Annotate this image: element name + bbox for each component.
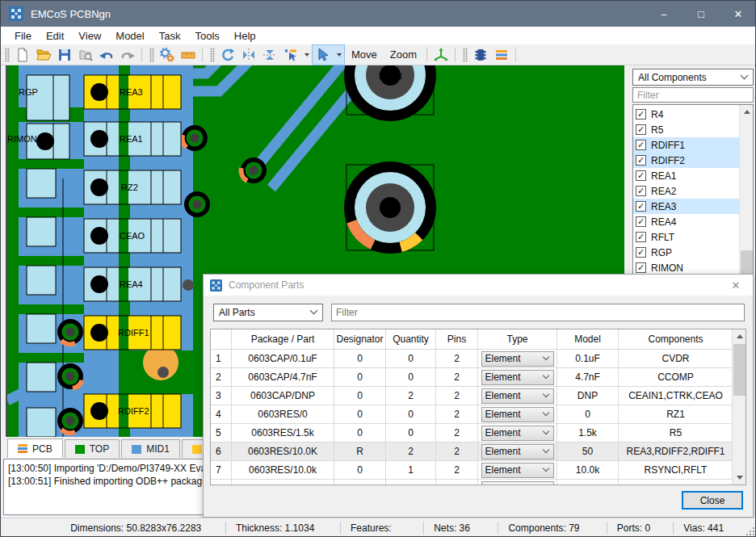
table-row[interactable]: 7 0603RES/10.0k 0 1 2 Element 10.0k RSYN…	[211, 460, 733, 479]
checkbox[interactable]: ✓	[636, 124, 646, 135]
mirror-horizontal-button[interactable]	[238, 45, 259, 65]
checkbox[interactable]: ✓	[636, 170, 646, 181]
table-row[interactable]: 3 0603CAP/DNP 0 2 2 Element DNP CEAIN1,C…	[211, 386, 733, 405]
col-quantity[interactable]: Quantity	[386, 329, 436, 349]
component-list-item[interactable]: ✓ RGP	[633, 245, 753, 260]
layer-tab[interactable]: MID1	[121, 439, 180, 458]
component-rea1[interactable]: REA1	[84, 122, 181, 156]
new-file-button[interactable]	[12, 45, 33, 65]
menu-item[interactable]: View	[71, 28, 108, 44]
type-select[interactable]: Element	[481, 407, 554, 422]
type-select[interactable]: Element	[481, 388, 554, 404]
parts-filter-input[interactable]	[331, 304, 745, 321]
scroll-down-icon[interactable]	[733, 471, 746, 485]
refresh-button[interactable]	[217, 45, 238, 65]
scroll-up-icon[interactable]	[740, 105, 754, 119]
select-tool-button[interactable]	[313, 45, 334, 65]
parts-filter-select[interactable]: All Parts	[213, 304, 323, 321]
scrollbar-thumb[interactable]	[733, 344, 746, 396]
checkbox[interactable]: ✓	[636, 155, 646, 166]
save-button[interactable]	[54, 45, 75, 65]
checkbox[interactable]: ✓	[636, 247, 646, 258]
components-filter-select[interactable]: All Components	[632, 69, 754, 86]
component-list-item[interactable]: ✓ REA4	[633, 214, 753, 229]
component-rdiff2[interactable]: RDIFF2	[84, 394, 181, 428]
col-designator[interactable]: Designator	[334, 329, 386, 349]
zoom-button[interactable]: Zoom	[384, 46, 423, 63]
table-scrollbar[interactable]	[732, 329, 746, 485]
layer-tab[interactable]: PCB	[7, 438, 63, 458]
select-tool-dropdown[interactable]	[334, 45, 344, 65]
menu-item[interactable]: File	[7, 28, 39, 44]
checkbox[interactable]: ✓	[636, 186, 646, 196]
table-row[interactable]: 2 0603CAP/4.7nF 0 0 2 Element 4.7nF CCOM…	[211, 367, 733, 386]
col-model[interactable]: Model	[557, 329, 619, 349]
measure-button[interactable]	[178, 45, 199, 65]
mirror-vertical-button[interactable]	[259, 45, 280, 65]
layer-tab[interactable]: TOP	[65, 439, 120, 458]
table-row[interactable]: 4 0603RES/0 0 0 2 Element 0 RZ1	[211, 405, 733, 423]
pick-tool-dropdown[interactable]	[301, 45, 312, 65]
checkbox[interactable]: ✓	[636, 109, 646, 120]
toolbar-grip[interactable]	[210, 48, 215, 62]
component-rz2[interactable]: RZ2	[84, 170, 181, 204]
component-list-item[interactable]: ✓ REA3	[633, 199, 753, 214]
col-package[interactable]: Package / Part	[232, 329, 334, 349]
scroll-up-icon[interactable]	[733, 329, 746, 343]
axes-3d-button[interactable]	[430, 45, 452, 65]
components-filter-input[interactable]	[632, 87, 754, 103]
component-list-item[interactable]: ✓ REA2	[633, 183, 753, 199]
col-pins[interactable]: Pins	[436, 329, 478, 349]
col-components[interactable]: Components	[619, 329, 733, 349]
type-select[interactable]: Element	[481, 426, 554, 441]
component-rea3[interactable]: REA3	[84, 75, 181, 109]
dialog-close-button[interactable]: ✕	[724, 275, 748, 296]
mount-pad-b[interactable]: B	[344, 162, 436, 254]
layers-panel-button[interactable]	[491, 45, 512, 65]
type-select[interactable]: Element	[481, 444, 554, 459]
components-panel-button[interactable]	[470, 45, 491, 65]
toolbar-grip[interactable]	[463, 48, 468, 62]
component-list-item[interactable]: ✓ RFLT	[633, 229, 753, 245]
component-rdiff1[interactable]: RDIFF1	[84, 316, 181, 350]
component-rea4[interactable]: REA4	[84, 267, 181, 301]
menu-item[interactable]: Help	[227, 28, 263, 44]
type-select[interactable]: Element	[481, 463, 554, 478]
table-row[interactable]: 1 0603CAP/0.1uF 0 0 2 Element 0.1uF CVDR	[211, 349, 733, 367]
toolbar-grip[interactable]	[5, 48, 10, 62]
component-list-item[interactable]: ✓ R4	[633, 107, 753, 122]
menu-item[interactable]: Task	[152, 28, 188, 44]
settings-button[interactable]	[157, 45, 178, 65]
component-list-item[interactable]: ✓ RDIFF1	[633, 137, 753, 153]
undo-button[interactable]	[96, 45, 117, 65]
menu-item[interactable]: Model	[108, 28, 151, 44]
resize-grip-icon[interactable]	[746, 527, 754, 535]
close-button[interactable]: ✕	[720, 1, 756, 27]
component-list-item[interactable]: ✓ RDIFF2	[633, 153, 753, 168]
dialog-titlebar[interactable]: Component Parts ✕	[204, 275, 753, 296]
checkbox[interactable]: ✓	[636, 232, 646, 242]
menu-item[interactable]: Tools	[187, 28, 226, 44]
col-type[interactable]: Type	[478, 329, 557, 349]
component-list-item[interactable]: ✓ R5	[633, 122, 753, 137]
component-ceao[interactable]: CEAO	[84, 219, 181, 253]
menu-item[interactable]: Edit	[39, 28, 71, 44]
maximize-button[interactable]: □	[682, 1, 720, 27]
table-row[interactable]: 6 0603RES/10.0K R 2 2 Element 50 REA3,RD…	[211, 442, 733, 460]
checkbox[interactable]: ✓	[636, 140, 646, 150]
checkbox[interactable]: ✓	[636, 201, 646, 212]
table-row[interactable]: 8 0603RES/49.9 0 0 2 Element 49.9 RGP	[211, 479, 733, 485]
preview-button[interactable]	[75, 45, 96, 65]
move-button[interactable]: Move	[345, 46, 384, 63]
toolbar-grip[interactable]	[149, 48, 154, 62]
close-dialog-button[interactable]: Close	[682, 491, 743, 510]
table-row[interactable]: 5 0603RES/1.5k 0 0 2 Element 1.5k R5	[211, 423, 733, 442]
minimize-button[interactable]: –	[645, 1, 682, 27]
type-select[interactable]: Element	[481, 481, 554, 486]
open-button[interactable]	[33, 45, 54, 65]
checkbox[interactable]: ✓	[636, 262, 646, 273]
pick-tool-button[interactable]	[280, 45, 301, 65]
checkbox[interactable]: ✓	[636, 216, 646, 227]
redo-button[interactable]	[117, 45, 138, 65]
component-list-item[interactable]: ✓ REA1	[633, 168, 753, 183]
